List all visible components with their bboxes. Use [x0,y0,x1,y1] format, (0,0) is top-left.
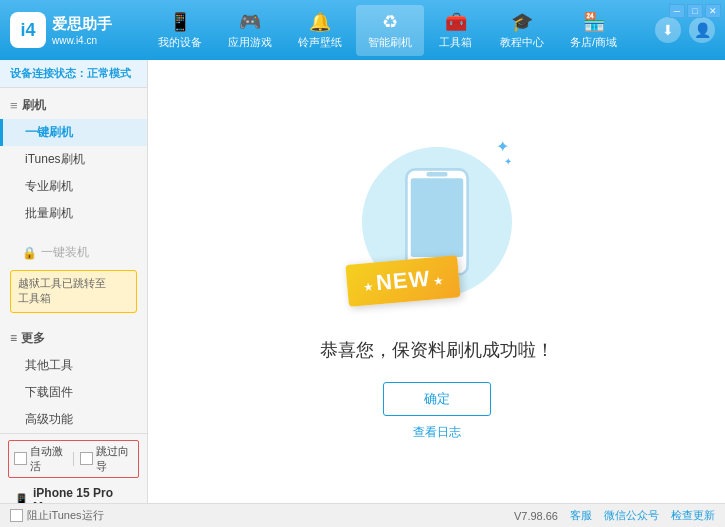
sidebar: 设备连接状态：正常模式 ≡ 刷机 一键刷机 iTunes刷机 专业刷机 批量刷机… [0,60,148,503]
main-content: ✦ ✦ NEW 恭喜您，保资料刷机成功啦！ 确定 查看日志 [148,60,725,503]
tab-service-label: 务店/商域 [570,35,617,50]
guide-skip-checkbox[interactable] [80,452,93,465]
sidebar-item-advanced[interactable]: 高级功能 [0,406,147,433]
tab-toolbox-label: 工具箱 [439,35,472,50]
auto-activate-checkbox[interactable] [14,452,27,465]
app-footer: 阻止iTunes运行 V7.98.66 客服 微信公众号 检查更新 [0,503,725,527]
sep-line [73,452,74,466]
download-btn[interactable]: ⬇ [655,17,681,43]
tab-my-device-label: 我的设备 [158,35,202,50]
sidebar-disabled-item: 🔒 一键装机 [0,239,147,266]
toolbox-icon: 🧰 [445,11,467,33]
tab-smart-flash[interactable]: ♻ 智能刷机 [356,5,424,56]
sparkle-icon: ✦ [496,137,512,156]
smart-flash-icon: ♻ [382,11,398,33]
success-illustration: ✦ ✦ NEW [337,122,537,322]
footer-left: 阻止iTunes运行 [10,508,104,523]
footer-right: V7.98.66 客服 微信公众号 检查更新 [514,508,715,523]
new-badge: NEW [345,255,461,307]
tab-app-game-label: 应用游戏 [228,35,272,50]
svg-rect-1 [410,178,463,257]
nav-tabs: 📱 我的设备 🎮 应用游戏 🔔 铃声壁纸 ♻ 智能刷机 🧰 工具箱 🎓 教 [120,5,655,56]
version-text: V7.98.66 [514,510,558,522]
restore-btn[interactable]: □ [687,4,703,18]
confirm-button[interactable]: 确定 [383,382,491,416]
flash-section: ≡ 刷机 一键刷机 iTunes刷机 专业刷机 批量刷机 [0,88,147,231]
view-log-link[interactable]: 查看日志 [413,424,461,441]
app-header: i4 爱思助手 www.i4.cn 📱 我的设备 🎮 应用游戏 🔔 铃声壁纸 ♻… [0,0,725,60]
sidebar-item-other-tools[interactable]: 其他工具 [0,352,147,379]
window-controls: ─ □ ✕ [669,4,721,18]
guide-skip-label: 跳过向导 [96,444,133,474]
tab-tutorial[interactable]: 🎓 教程中心 [488,5,556,56]
header-actions: ⬇ 👤 [655,17,715,43]
tab-app-game[interactable]: 🎮 应用游戏 [216,5,284,56]
success-title: 恭喜您，保资料刷机成功啦！ [320,338,554,362]
tab-ringtone-label: 铃声壁纸 [298,35,342,50]
user-btn[interactable]: 👤 [689,17,715,43]
tab-toolbox[interactable]: 🧰 工具箱 [426,5,486,56]
tab-smart-flash-label: 智能刷机 [368,35,412,50]
my-device-icon: 📱 [169,11,191,33]
flash-group-label: ≡ 刷机 [0,92,147,119]
device-name: 📱 iPhone 15 Pro Max [14,486,133,503]
device-box: 📱 iPhone 15 Pro Max 512GB iPhone [8,482,139,503]
tab-ringtone[interactable]: 🔔 铃声壁纸 [286,5,354,56]
sidebar-item-pro-flash[interactable]: 专业刷机 [0,173,147,200]
device-icon: 📱 [14,493,29,503]
tab-service[interactable]: 🏪 务店/商域 [558,5,629,56]
status-value: 正常模式 [87,67,131,79]
flash-group-icon: ≡ [10,98,18,113]
more-group-label: ≡ 更多 [0,325,147,352]
app-logo: i4 爱思助手 www.i4.cn [10,12,120,48]
minimize-btn[interactable]: ─ [669,4,685,18]
lock-icon: 🔒 [22,246,37,260]
sparkles: ✦ ✦ [496,137,512,167]
auto-activate-label: 自动激活 [30,444,67,474]
sparkle-icon-2: ✦ [504,156,512,167]
block-itunes-label: 阻止iTunes运行 [27,508,104,523]
customer-service-link[interactable]: 客服 [570,508,592,523]
service-icon: 🏪 [583,11,605,33]
logo-text: 爱思助手 www.i4.cn [52,13,112,48]
guide-skip-item: 跳过向导 [80,444,133,474]
auto-row: 自动激活 跳过向导 [8,440,139,478]
tab-tutorial-label: 教程中心 [500,35,544,50]
check-update-link[interactable]: 检查更新 [671,508,715,523]
status-label: 设备连接状态： [10,67,87,79]
ringtone-icon: 🔔 [309,11,331,33]
more-icon: ≡ [10,331,17,345]
close-btn[interactable]: ✕ [705,4,721,18]
sidebar-notice: 越狱工具已跳转至工具箱 [10,270,137,313]
svg-rect-2 [426,172,447,176]
tutorial-icon: 🎓 [511,11,533,33]
sidebar-item-download-firmware[interactable]: 下载固件 [0,379,147,406]
app-game-icon: 🎮 [239,11,261,33]
sidebar-bottom: 自动激活 跳过向导 📱 iPhone 15 Pro Max 512GB [0,433,147,503]
block-itunes-checkbox-wrap: 阻止iTunes运行 [10,508,104,523]
wechat-link[interactable]: 微信公众号 [604,508,659,523]
sidebar-item-one-click-flash[interactable]: 一键刷机 [0,119,147,146]
sidebar-item-itunes-flash[interactable]: iTunes刷机 [0,146,147,173]
logo-icon: i4 [10,12,46,48]
status-bar: 设备连接状态：正常模式 [0,60,147,88]
tab-my-device[interactable]: 📱 我的设备 [146,5,214,56]
auto-activate-item: 自动激活 [14,444,67,474]
block-itunes-checkbox[interactable] [10,509,23,522]
sidebar-item-batch-flash[interactable]: 批量刷机 [0,200,147,227]
